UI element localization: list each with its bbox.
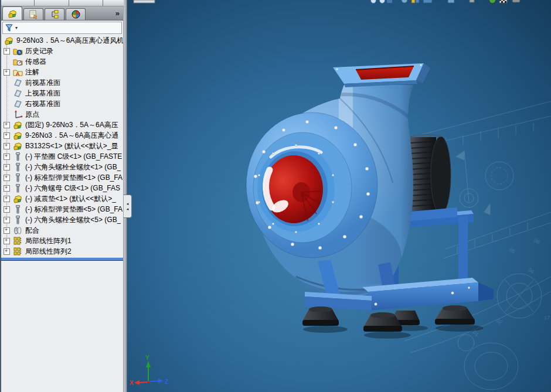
tree-item[interactable]: (-) 减震垫<1> (默认<<默认>_	[1, 193, 123, 204]
filter-caret-icon[interactable]: ▾	[15, 25, 18, 30]
tree-item-label: (固定) 9-26No3．5A～6A高压	[25, 120, 118, 130]
tree-item-icon	[13, 99, 23, 109]
expand-box[interactable]	[4, 238, 10, 244]
tree-item-icon	[4, 36, 14, 46]
expand-box[interactable]	[4, 196, 10, 202]
tree-item[interactable]: (-) 六角螺母 C级<1> (GB_FAS	[1, 183, 123, 193]
expand-box[interactable]	[4, 132, 10, 139]
tree-item[interactable]: 原点	[1, 109, 123, 120]
tree-item-label: 局部线性阵列1	[25, 236, 72, 246]
collapse-arrow-icon: ◂	[127, 202, 129, 206]
tree-item-label: 上视基准面	[25, 88, 60, 98]
tree-item[interactable]: 传感器	[1, 56, 123, 67]
tree-item[interactable]: (固定) 9-26No3．5A～6A高压	[1, 120, 123, 130]
inlet-assembly	[246, 113, 377, 258]
triad-x-label: X	[130, 380, 134, 386]
tree-item-icon	[13, 67, 23, 77]
tree-item-label: (-) 六角头螺栓全螺纹<1> (GB_	[25, 162, 121, 172]
tree-item-icon	[13, 173, 23, 183]
tree-item-label: B3132S<1> (默认<<默认>_显	[25, 141, 118, 151]
tab-featuremanager[interactable]	[2, 6, 22, 20]
tree-item-label: 9-26No3．5A～6A高压离心通风机	[16, 36, 123, 46]
scene-icon	[499, 0, 507, 3]
zoom-fit-icon	[371, 0, 376, 4]
expand-box[interactable]	[4, 248, 10, 255]
tree-item-label: (-) 标准型弹簧垫圈<5> (GB_FA	[25, 204, 123, 214]
tree-item-label: 历史记录	[25, 46, 53, 56]
property-hand-icon	[29, 9, 39, 19]
tree-item[interactable]: 局部线性阵列2	[1, 246, 123, 257]
tree-item-label: 传感器	[25, 57, 46, 67]
tree-item-icon	[13, 131, 23, 141]
tree-item-label: 右视基准面	[25, 99, 60, 109]
expand-box[interactable]	[4, 143, 10, 149]
tree-item-label: 9-26No3．5A～6A高压离心通	[25, 131, 118, 141]
toolbar-bottom-strip	[0, 0, 125, 6]
tree-item-icon	[13, 236, 23, 246]
tab-overflow-chevron[interactable]: »	[115, 9, 120, 18]
motor	[410, 135, 451, 214]
tree-item-label: (-) 标准型弹簧垫圈<1> (GB_FA	[25, 173, 123, 183]
tree-item-icon	[13, 204, 23, 214]
tree-item[interactable]: 局部线性阵列1	[1, 236, 123, 246]
tree-item-icon	[13, 226, 23, 236]
expand-box[interactable]	[4, 175, 10, 181]
tree-item[interactable]: 右视基准面	[1, 98, 123, 109]
expand-box[interactable]	[4, 154, 10, 160]
expand-box[interactable]	[4, 185, 10, 192]
expand-box[interactable]	[4, 217, 10, 223]
tree-item[interactable]: (-) 标准型弹簧垫圈<1> (GB_FA	[1, 172, 123, 183]
tab-configurationmanager[interactable]	[45, 8, 64, 20]
rollback-bar[interactable]	[1, 258, 123, 261]
tree-item-label: 注解	[25, 67, 39, 77]
featuremanager-panel: A	[1, 6, 124, 392]
tree-item-icon	[13, 57, 23, 67]
configuration-icon	[50, 9, 60, 19]
tree-item[interactable]: (-) 标准型弹簧垫圈<5> (GB_FA	[1, 204, 123, 214]
tree-item-icon	[13, 152, 23, 162]
tree-item[interactable]: (-) 六角头螺栓全螺纹<5> (GB_	[1, 214, 123, 225]
tree-item-label: (-) 减震垫<1> (默认<<默认>_	[25, 194, 116, 204]
tree-item[interactable]: 注解	[1, 67, 123, 77]
svg-text:17: 17	[544, 315, 550, 321]
expand-box[interactable]	[4, 69, 10, 76]
tree-item-label: (-) 六角头螺栓全螺纹<5> (GB_	[25, 215, 121, 225]
tree-item[interactable]: (-) 平垫圈 C级<1> (GB_FASTE	[1, 151, 123, 162]
tree-item-icon	[13, 110, 23, 120]
tab-displaymanager[interactable]	[66, 8, 86, 20]
tree-item[interactable]: 历史记录	[1, 46, 123, 56]
view-orientation-icon-2	[416, 0, 419, 3]
outlet-flange	[333, 63, 430, 87]
expand-box[interactable]	[4, 122, 10, 128]
panel-tab-bar: »	[1, 6, 123, 21]
expand-box[interactable]	[4, 164, 10, 171]
tree-item-label: 局部线性阵列2	[25, 247, 72, 257]
tree-item-icon	[13, 194, 23, 204]
view-orientation-icon	[411, 0, 415, 3]
tree-item[interactable]: 配合	[1, 225, 123, 236]
tree-item-icon	[13, 183, 23, 193]
tree-item[interactable]: 9-26No3．5A～6A高压离心通风机	[1, 35, 123, 46]
expand-box[interactable]	[4, 206, 10, 213]
tab-propertymanager[interactable]	[23, 8, 43, 20]
collapsed-toolbar-tab[interactable]	[134, 0, 155, 3]
tree-item[interactable]: 9-26No3．5A～6A高压离心通	[1, 130, 123, 141]
expand-box[interactable]	[4, 48, 10, 54]
tree-item-icon	[13, 162, 23, 172]
tree-item-label: (-) 平垫圈 C级<1> (GB_FASTE	[25, 152, 122, 162]
tree-item-label: (-) 六角螺母 C级<1> (GB_FAS	[25, 183, 120, 193]
filter-funnel-icon	[5, 24, 13, 32]
tree-item[interactable]: 前视基准面	[1, 77, 123, 88]
window-edge	[0, 0, 1, 392]
expand-box[interactable]	[4, 227, 10, 234]
panel-collapse-tab[interactable]: ◂ ◂	[124, 195, 132, 218]
tree-item-label: 配合	[25, 226, 39, 236]
tree-item-icon	[13, 88, 23, 98]
tree-filter[interactable]: ▾	[2, 22, 122, 34]
tree-item[interactable]: 上视基准面	[1, 88, 123, 98]
collapse-arrow-icon: ◂	[127, 207, 129, 211]
tree-item-icon	[13, 78, 23, 88]
tree-item[interactable]: (-) 六角头螺栓全螺纹<1> (GB_	[1, 162, 123, 172]
tree-item[interactable]: B3132S<1> (默认<<默认>_显	[1, 141, 123, 151]
triad-y-label: Y	[145, 354, 149, 361]
